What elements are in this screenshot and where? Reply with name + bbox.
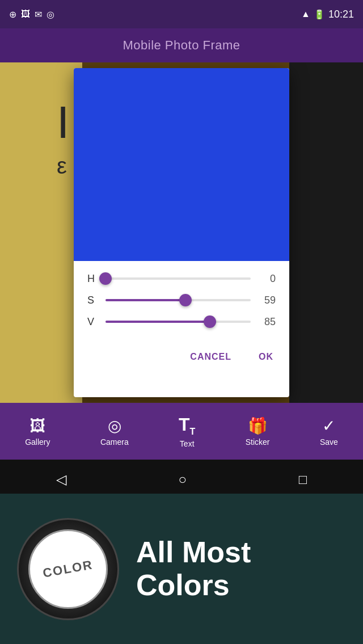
- value-thumb[interactable]: [204, 315, 216, 328]
- nav-bar: ◁ ○ □: [0, 460, 363, 494]
- battery-icon: 🔋: [314, 9, 325, 20]
- saturation-slider-row: S 59: [87, 294, 276, 306]
- back-button[interactable]: ◁: [45, 466, 78, 493]
- saturation-thumb[interactable]: [179, 294, 192, 306]
- bottom-toolbar: 🖼 Gallery ◎ Camera TT Text 🎁 Sticker ✓ S…: [0, 403, 363, 460]
- sticker-icon: 🎁: [248, 416, 268, 435]
- photo-text-i: I: [57, 96, 69, 149]
- toolbar-save[interactable]: ✓ Save: [313, 412, 345, 451]
- camera-icon: ◎: [108, 416, 121, 435]
- slider-section: H 0 S: [74, 261, 289, 343]
- color-circle: COLOR: [17, 518, 119, 620]
- value-fill: [105, 321, 210, 323]
- whatsapp-icon: ⊕: [9, 9, 16, 20]
- title-bar: Mobile Photo Frame: [0, 28, 363, 62]
- value-value: 85: [258, 316, 276, 328]
- dialog-buttons: CANCEL OK: [74, 343, 289, 376]
- toolbar-camera[interactable]: ◎ Camera: [94, 412, 136, 451]
- app-title: Mobile Photo Frame: [123, 38, 240, 53]
- hue-track: [105, 277, 251, 280]
- shield-icon: ◎: [47, 9, 54, 20]
- gallery-label: Gallery: [25, 437, 50, 447]
- hue-label: H: [87, 273, 99, 285]
- color-circle-inner: COLOR: [28, 529, 108, 609]
- marketing-title-line2: Colors: [136, 569, 230, 601]
- marketing-text-block: All Most Colors: [136, 536, 251, 601]
- hue-slider-row: H 0: [87, 272, 276, 285]
- photo-paper: [0, 62, 82, 403]
- recent-button[interactable]: □: [288, 466, 319, 493]
- toolbar-gallery[interactable]: 🖼 Gallery: [18, 412, 57, 451]
- clock: 10:21: [328, 9, 354, 20]
- gallery-icon: 🖼: [29, 416, 45, 435]
- image-icon: 🖼: [21, 9, 30, 19]
- hue-value: 0: [258, 273, 276, 285]
- photo-text-g: ε: [57, 153, 67, 179]
- color-preview-box: [74, 68, 289, 261]
- saturation-label: S: [87, 294, 99, 306]
- camera-label: Camera: [100, 437, 129, 447]
- save-label: Save: [320, 437, 338, 447]
- color-picker-dialog: H 0 S: [74, 68, 289, 397]
- ok-button[interactable]: OK: [254, 347, 278, 367]
- hue-slider-wrapper[interactable]: [105, 272, 251, 285]
- marketing-title: All Most Colors: [136, 536, 251, 601]
- value-label: V: [87, 316, 99, 328]
- toolbar-sticker[interactable]: 🎁 Sticker: [239, 412, 277, 451]
- cancel-button[interactable]: CANCEL: [185, 347, 236, 367]
- status-bar: ⊕ 🖼 ✉ ◎ ▲ 🔋 10:21: [0, 0, 363, 28]
- phone-frame: ⊕ 🖼 ✉ ◎ ▲ 🔋 10:21 Mobile Photo Frame I ε: [0, 0, 363, 494]
- saturation-track: [105, 299, 251, 301]
- marketing-title-line1: All Most: [136, 536, 251, 569]
- saturation-fill: [105, 299, 185, 301]
- signal-icon: ▲: [301, 9, 310, 19]
- main-content: I ε H 0: [0, 62, 363, 403]
- saturation-slider-wrapper[interactable]: [105, 294, 251, 306]
- value-slider-row: V 85: [87, 315, 276, 328]
- value-track: [105, 321, 251, 323]
- sticker-label: Sticker: [246, 437, 270, 447]
- status-icons-left: ⊕ 🖼 ✉ ◎: [9, 9, 54, 20]
- color-circle-text: COLOR: [42, 557, 95, 580]
- text-tool-icon: TT: [179, 414, 195, 437]
- value-slider-wrapper[interactable]: [105, 315, 251, 328]
- marketing-section: COLOR All Most Colors: [0, 494, 363, 644]
- status-icons-right: ▲ 🔋 10:21: [301, 9, 354, 20]
- saturation-value: 59: [258, 294, 276, 306]
- photo-camera: [289, 62, 363, 403]
- hue-thumb[interactable]: [99, 272, 112, 285]
- save-icon: ✓: [322, 416, 335, 435]
- home-button[interactable]: ○: [167, 466, 198, 493]
- text-label: Text: [180, 439, 195, 448]
- toolbar-text[interactable]: TT Text: [172, 410, 202, 453]
- mail-icon: ✉: [35, 9, 42, 20]
